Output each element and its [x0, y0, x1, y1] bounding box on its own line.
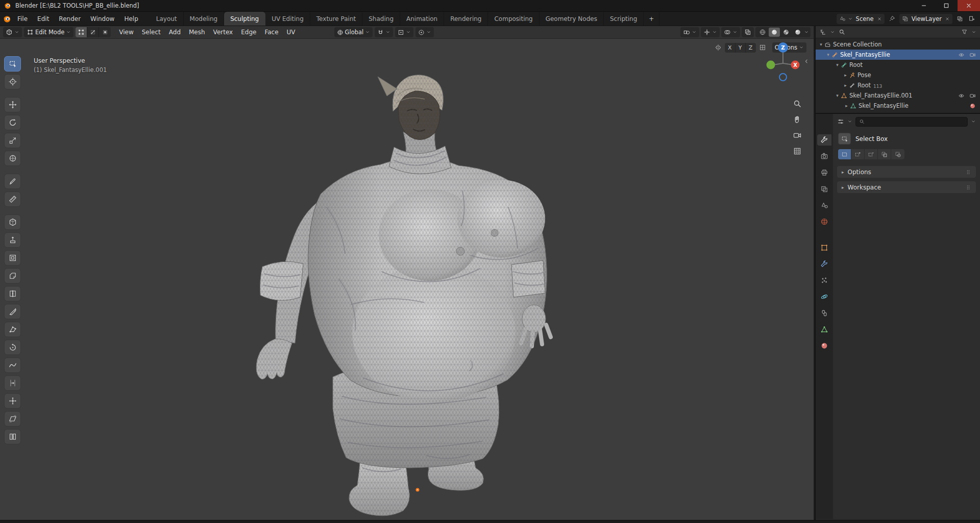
outliner-editor-icon[interactable]	[819, 29, 826, 36]
menu-file[interactable]: File	[13, 13, 32, 25]
outliner-row-armature-data[interactable]: ▾ Root	[816, 60, 980, 70]
properties-tab-physics[interactable]	[817, 291, 831, 302]
show-overlays-toggle[interactable]	[721, 27, 740, 37]
rotate-tool[interactable]	[4, 115, 21, 130]
eye-icon[interactable]	[958, 52, 965, 58]
mirror-toggle-button[interactable]	[714, 43, 723, 52]
properties-tab-object[interactable]	[817, 242, 831, 253]
copy-view-layer-button[interactable]	[955, 14, 964, 23]
smooth-tool[interactable]	[4, 358, 21, 373]
menu-select[interactable]: Select	[138, 27, 165, 37]
outliner-label[interactable]: Root	[849, 61, 863, 68]
active-tool-row[interactable]: Select Box	[838, 133, 976, 145]
menu-render[interactable]: Render	[54, 13, 85, 25]
properties-tab-scene[interactable]	[817, 200, 831, 211]
menu-edit[interactable]: Edit	[33, 13, 54, 25]
scene-selector[interactable]: Scene	[837, 14, 885, 24]
inset-faces-tool[interactable]	[4, 250, 21, 266]
shear-tool[interactable]	[4, 411, 21, 426]
show-gizmo-toggle[interactable]	[701, 27, 720, 37]
rip-region-tool[interactable]	[4, 429, 21, 444]
outliner-row-mesh-data[interactable]: ▸ Skel_FantasyEllie	[816, 101, 980, 111]
vertex-select-button[interactable]	[76, 27, 87, 37]
camera-view-icon[interactable]	[793, 131, 802, 140]
select-mode-subtract-button[interactable]	[865, 149, 878, 159]
disclosure-triangle[interactable]: ▾	[834, 62, 841, 67]
rendered-shading-button[interactable]	[792, 28, 803, 37]
options-section-header[interactable]: ▸ Options	[837, 166, 976, 178]
mirror-x-button[interactable]: X	[725, 43, 736, 53]
active-tool-button[interactable]	[838, 133, 851, 145]
outliner-label[interactable]: Skel_FantasyEllie	[840, 51, 890, 58]
add-workspace-button[interactable]: +	[644, 12, 659, 26]
tab-rendering[interactable]: Rendering	[444, 12, 488, 26]
properties-tab-particles[interactable]	[817, 275, 831, 286]
chevron-down-icon[interactable]	[971, 119, 976, 124]
chevron-down-icon[interactable]	[971, 30, 976, 35]
properties-search-box[interactable]	[855, 117, 968, 127]
mirror-y-button[interactable]: Y	[736, 43, 746, 53]
outliner-label[interactable]: Pose	[857, 72, 871, 79]
select-mode-extend-button[interactable]	[851, 149, 865, 159]
menu-add[interactable]: Add	[165, 27, 185, 37]
sidebar-collapse-arrow[interactable]	[803, 58, 810, 64]
object-visibility-dropdown[interactable]	[680, 27, 699, 37]
tab-compositing[interactable]: Compositing	[488, 12, 539, 26]
transform-tool[interactable]	[4, 151, 21, 166]
outliner-row-scene-collection[interactable]: ▾ Scene Collection	[816, 39, 980, 50]
mirror-z-button[interactable]: Z	[746, 43, 756, 53]
disclosure-triangle[interactable]: ▸	[842, 83, 849, 88]
outliner-label[interactable]: Root	[857, 82, 871, 89]
chevron-down-icon[interactable]	[847, 119, 852, 124]
properties-tab-data[interactable]	[817, 324, 831, 335]
eye-icon[interactable]	[958, 92, 965, 99]
tab-sculpting[interactable]: Sculpting	[224, 12, 265, 26]
bevel-tool[interactable]	[4, 268, 21, 283]
properties-tab-material[interactable]	[817, 340, 831, 351]
wireframe-shading-button[interactable]	[757, 28, 768, 37]
disclosure-triangle[interactable]: ▸	[842, 73, 849, 78]
outliner-row-pose[interactable]: ▸ Pose	[816, 70, 980, 80]
navigation-gizmo[interactable]: Z X	[762, 41, 804, 84]
tab-scripting[interactable]: Scripting	[604, 12, 644, 26]
unlink-scene-icon[interactable]	[877, 16, 882, 21]
proportional-editing-dropdown[interactable]	[415, 27, 434, 37]
disclosure-triangle[interactable]: ▸	[843, 103, 850, 108]
chevron-down-icon[interactable]	[830, 30, 835, 35]
render-camera-icon[interactable]	[969, 92, 976, 99]
move-tool[interactable]	[4, 97, 21, 112]
menu-window[interactable]: Window	[86, 13, 119, 25]
measure-tool[interactable]	[4, 192, 21, 207]
tab-geometry-nodes[interactable]: Geometry Nodes	[540, 12, 604, 26]
outliner-label[interactable]: Skel_FantasyEllie.001	[849, 92, 912, 99]
new-view-layer-button[interactable]	[967, 14, 976, 23]
editor-type-button[interactable]	[3, 27, 22, 37]
axis-z-negative-handle[interactable]	[779, 74, 787, 81]
outliner-row-root-bone[interactable]: ▸ Root 113	[816, 80, 980, 90]
properties-tab-modifiers[interactable]	[817, 258, 831, 270]
viewport-canvas[interactable]	[0, 39, 814, 520]
solid-shading-button[interactable]	[769, 28, 780, 37]
menu-uv[interactable]: UV	[283, 27, 300, 37]
search-input[interactable]	[867, 118, 964, 125]
extrude-region-tool[interactable]	[4, 232, 21, 248]
edge-slide-tool[interactable]	[4, 375, 21, 391]
ortho-toggle-icon[interactable]	[793, 147, 802, 156]
blender-menu-button[interactable]	[2, 14, 12, 24]
tab-shading[interactable]: Shading	[362, 12, 400, 26]
panel-grip-icon[interactable]	[965, 169, 971, 175]
edge-select-button[interactable]	[87, 27, 99, 37]
menu-view[interactable]: View	[115, 27, 137, 37]
outliner-search-icon[interactable]	[839, 29, 845, 35]
loop-cut-tool[interactable]	[4, 286, 21, 301]
properties-tab-constraints[interactable]	[817, 307, 831, 319]
panel-grip-icon[interactable]	[965, 184, 971, 191]
tab-animation[interactable]: Animation	[400, 12, 444, 26]
face-select-button[interactable]	[99, 27, 111, 37]
menu-help[interactable]: Help	[119, 13, 142, 25]
properties-tab-tool[interactable]	[817, 134, 831, 146]
pan-hand-icon[interactable]	[793, 115, 802, 124]
properties-tab-world[interactable]	[817, 216, 831, 227]
workspace-section-header[interactable]: ▸ Workspace	[837, 181, 976, 193]
select-box-tool[interactable]	[4, 56, 21, 72]
